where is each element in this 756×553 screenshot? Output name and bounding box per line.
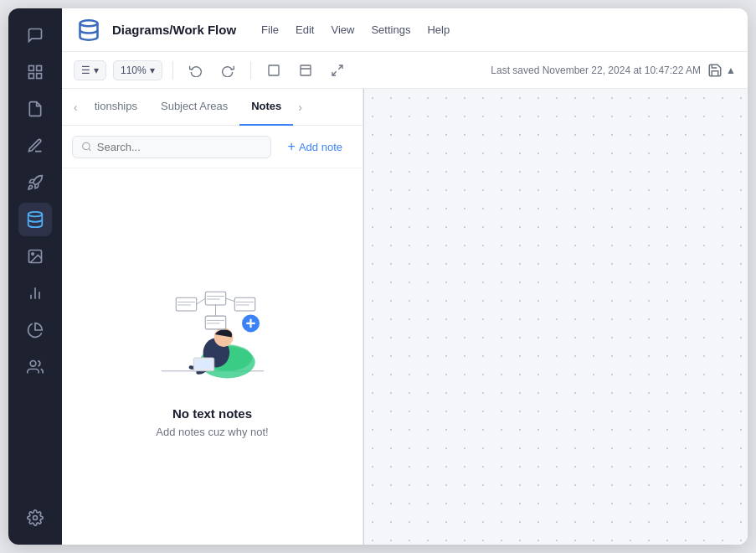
svg-rect-35 [205, 316, 226, 329]
svg-line-16 [332, 71, 337, 75]
tab-notes[interactable]: Notes [239, 89, 293, 126]
menu-view[interactable]: View [329, 20, 356, 39]
sidebar [8, 8, 62, 545]
frame1-button[interactable] [261, 58, 286, 83]
empty-state: No text notes Add notes cuz why not! [62, 168, 363, 545]
undo-button[interactable] [183, 58, 208, 83]
svg-rect-29 [205, 292, 226, 305]
frame2-button[interactable] [293, 58, 318, 83]
frame3-button[interactable] [325, 58, 350, 83]
sidebar-item-database[interactable] [18, 203, 52, 236]
zoom-button[interactable]: 110% ▾ [113, 60, 162, 80]
save-button[interactable]: ▲ [707, 63, 736, 78]
sidebar-item-pie[interactable] [18, 313, 52, 347]
saved-text: Last saved November 22, 2024 at 10:47:22… [491, 65, 701, 76]
redo-button[interactable] [215, 58, 240, 83]
canvas-divider [363, 89, 364, 545]
empty-subtitle: Add notes cuz why not! [156, 426, 268, 438]
sidebar-item-chart[interactable] [18, 276, 52, 310]
sidebar-item-document[interactable] [18, 92, 52, 126]
svg-rect-26 [176, 297, 197, 311]
app-window: Diagrams/Work Flow File Edit View Settin… [8, 8, 748, 545]
sidebar-item-rocket[interactable] [18, 166, 52, 199]
layout-button[interactable]: ☰ ▾ [74, 60, 106, 80]
tab-prev-arrow[interactable]: ‹ [69, 101, 83, 114]
menu-edit[interactable]: Edit [294, 20, 316, 39]
layout-icon: ☰ [81, 65, 90, 76]
sidebar-item-chat[interactable] [18, 18, 52, 52]
svg-point-6 [32, 253, 34, 256]
app-logo [75, 17, 102, 44]
svg-line-18 [89, 148, 90, 150]
add-note-label: Add note [299, 141, 342, 153]
svg-rect-3 [37, 74, 42, 79]
empty-illustration [137, 276, 288, 393]
menu-settings[interactable]: Settings [369, 20, 412, 39]
search-bar: + Add note [62, 126, 363, 168]
zoom-chevron: ▾ [150, 65, 155, 76]
toolbar: ☰ ▾ 110% ▾ La [62, 52, 748, 89]
menu-bar: File Edit View Settings Help [260, 20, 451, 39]
menu-file[interactable]: File [260, 20, 280, 39]
toolbar-separator-2 [250, 61, 251, 80]
svg-point-10 [30, 361, 36, 367]
left-panel: ‹ tionships Subject Areas Notes › [62, 89, 363, 545]
zoom-value: 110% [121, 65, 147, 76]
tab-subject-areas[interactable]: Subject Areas [149, 89, 239, 126]
sidebar-item-settings[interactable] [18, 501, 52, 535]
app-title: Diagrams/Work Flow [112, 23, 236, 37]
search-input[interactable] [97, 141, 262, 153]
svg-rect-13 [269, 65, 279, 75]
titlebar: Diagrams/Work Flow File Edit View Settin… [62, 8, 748, 52]
chevron-up-icon: ▲ [726, 65, 736, 76]
layout-chevron: ▾ [94, 65, 99, 76]
add-note-plus: + [288, 139, 296, 154]
svg-rect-1 [37, 66, 42, 71]
content-area: ‹ tionships Subject Areas Notes › [62, 89, 748, 545]
sidebar-item-image[interactable] [18, 240, 52, 273]
svg-rect-32 [234, 297, 255, 311]
svg-rect-14 [301, 65, 311, 75]
sidebar-item-pencil[interactable] [18, 129, 52, 163]
svg-point-12 [80, 20, 98, 26]
empty-title: No text notes [172, 406, 252, 421]
canvas-area[interactable] [363, 89, 748, 545]
sidebar-item-users[interactable] [18, 350, 52, 384]
svg-point-17 [83, 142, 90, 150]
menu-help[interactable]: Help [425, 20, 451, 39]
svg-line-15 [338, 65, 342, 70]
search-input-wrap[interactable] [72, 136, 271, 158]
tab-next-arrow[interactable]: › [293, 101, 307, 114]
tab-relationships[interactable]: tionships [83, 89, 149, 126]
main-area: Diagrams/Work Flow File Edit View Settin… [62, 8, 748, 545]
svg-rect-0 [29, 66, 34, 71]
add-note-button[interactable]: + Add note [278, 134, 352, 159]
toolbar-separator-1 [172, 61, 173, 80]
svg-point-11 [33, 516, 38, 520]
svg-rect-2 [29, 74, 34, 79]
panel-tabs: ‹ tionships Subject Areas Notes › [62, 89, 363, 126]
sidebar-item-layers[interactable] [18, 55, 52, 89]
svg-point-4 [28, 212, 43, 217]
search-icon [81, 141, 92, 152]
svg-rect-25 [195, 359, 213, 368]
